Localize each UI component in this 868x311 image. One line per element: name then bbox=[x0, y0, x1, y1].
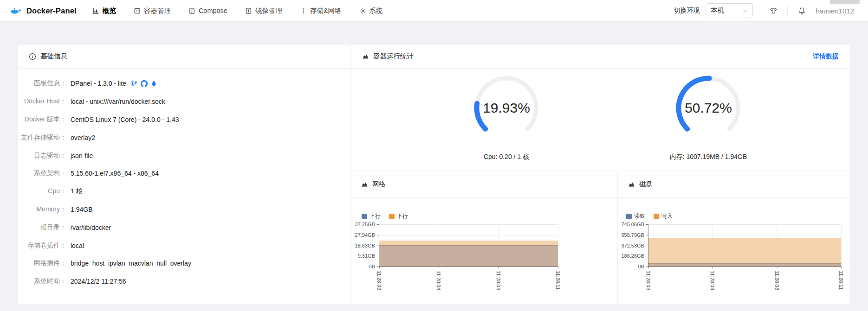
network-panel-title: 网络 bbox=[372, 180, 386, 189]
area-chart-icon bbox=[628, 181, 635, 188]
network-panel-header: 网络 bbox=[351, 171, 617, 198]
y-axis-label: 18.63GB bbox=[355, 243, 375, 248]
dashboard-card: 基础信息 面板信息：DPanel - 1.3.0 - liteDocker Ho… bbox=[17, 44, 850, 305]
series-area bbox=[648, 263, 841, 267]
x-axis-label: 11:28:08 bbox=[774, 271, 780, 290]
gauge-area: 19.93% Cpu: 0.20 / 1 核 50.72% 内存: 1007.1… bbox=[351, 69, 850, 171]
y-axis-label: 558.79GB bbox=[621, 232, 644, 238]
legend-item[interactable]: 读取 bbox=[626, 212, 645, 220]
compose-file-icon bbox=[188, 7, 195, 14]
qq-penguin-icon[interactable] bbox=[151, 80, 157, 87]
storage-network-dots-icon bbox=[300, 7, 307, 14]
info-row: 网络插件：bridge host ipvlan macvlan null ove… bbox=[18, 254, 350, 273]
area-chart-icon bbox=[361, 181, 368, 188]
stats-section: 容器运行统计 详情数据 19.93% Cpu: 0.20 / 1 核 50.72… bbox=[351, 44, 850, 305]
legend-item[interactable]: 写入 bbox=[654, 212, 673, 220]
info-row: Memory：1.94GB bbox=[18, 201, 350, 219]
overview-chart-icon bbox=[92, 7, 99, 14]
cpu-gauge-label: Cpu: 0.20 / 1 核 bbox=[455, 153, 557, 161]
info-label: Docker 版本： bbox=[18, 115, 66, 124]
y-axis-label: 186.26GB bbox=[621, 253, 644, 259]
divider bbox=[787, 6, 788, 15]
panel-link-icons bbox=[131, 80, 157, 87]
memory-gauge-label: 内存: 1007.19MB / 1.94GB bbox=[657, 153, 759, 161]
system-gear-icon bbox=[359, 7, 366, 14]
info-row: 系统架构：5.15.60-1.el7.x86_64 - x86_64 bbox=[18, 165, 350, 183]
menu-item-system[interactable]: 系统 bbox=[359, 6, 383, 15]
plot-area: 37.25GB27.94GB18.63GB9.31GB0B11:28:0311:… bbox=[379, 224, 558, 267]
disk-panel-header: 磁盘 bbox=[618, 171, 850, 198]
container-stats-header: 容器运行统计 详情数据 bbox=[351, 44, 850, 69]
brand-name: Docker-Panel bbox=[26, 6, 77, 15]
legend-marker bbox=[626, 214, 632, 219]
menu-item-storage-network[interactable]: 存储&网络 bbox=[300, 6, 342, 15]
info-row: 系统时间：2024/12/2 11:27:56 bbox=[18, 273, 350, 291]
info-value: 5.15.60-1.el7.x86_64 - x86_64 bbox=[71, 170, 159, 177]
brand[interactable]: Docker-Panel bbox=[10, 6, 77, 15]
y-axis-label: 9.31GB bbox=[358, 253, 375, 259]
environment-select[interactable]: 本机 bbox=[706, 3, 753, 18]
y-axis-label: 745.06GB bbox=[621, 222, 644, 227]
info-label: 系统时间： bbox=[18, 277, 66, 286]
container-stats-title: 容器运行统计 bbox=[373, 52, 414, 61]
legend-marker bbox=[654, 214, 659, 219]
info-row: 根目录：/var/lib/docker bbox=[18, 218, 350, 236]
series-area bbox=[379, 245, 558, 267]
info-value: 2024/12/2 11:27:56 bbox=[71, 278, 126, 285]
info-value: bridge host ipvlan macvlan null overlay bbox=[71, 260, 191, 267]
github-icon[interactable] bbox=[141, 80, 148, 87]
legend-label: 写入 bbox=[661, 212, 673, 220]
basic-info-title: 基础信息 bbox=[40, 52, 67, 61]
navbar-right: 切换环境 本机 hausen1012 bbox=[674, 3, 868, 19]
plot-area: 745.06GB558.79GB372.53GB186.26GB0B11:28:… bbox=[648, 224, 841, 267]
info-label: Cpu： bbox=[18, 187, 66, 196]
legend-label: 下行 bbox=[397, 212, 408, 220]
env-switch-label: 切换环境 bbox=[674, 6, 700, 15]
detail-data-link[interactable]: 详情数据 bbox=[813, 52, 839, 61]
theme-tshirt-icon[interactable] bbox=[765, 3, 781, 19]
menu-label: 系统 bbox=[369, 6, 383, 15]
x-axis-label: 11:28:03 bbox=[376, 271, 382, 290]
username[interactable]: hausen1012 bbox=[816, 7, 854, 15]
network-chart: 上行下行37.25GB27.94GB18.63GB9.31GB0B11:28:0… bbox=[351, 198, 617, 305]
git-branch-icon[interactable] bbox=[131, 80, 137, 87]
menu-label: 概览 bbox=[103, 6, 116, 15]
disk-chart: 读取写入745.06GB558.79GB372.53GB186.26GB0B11… bbox=[618, 198, 850, 305]
y-axis-label: 0B bbox=[369, 264, 375, 269]
info-row: Docker Host：local - unix:///var/run/dock… bbox=[18, 93, 350, 111]
x-axis-label: 11:28:03 bbox=[646, 271, 651, 290]
legend-item[interactable]: 上行 bbox=[362, 212, 381, 220]
info-value: local bbox=[71, 242, 84, 249]
top-navbar: Docker-Panel 概览 容器管理 bbox=[0, 0, 868, 22]
info-row: 存储卷插件：local bbox=[18, 236, 350, 254]
info-label: 系统架构： bbox=[18, 169, 66, 178]
notification-bell-icon[interactable] bbox=[794, 3, 810, 19]
environment-selected-value: 本机 bbox=[711, 6, 724, 15]
x-axis-label: 11:28:08 bbox=[496, 271, 501, 290]
menu-label: 容器管理 bbox=[144, 6, 171, 15]
info-label: 网络插件： bbox=[18, 259, 66, 267]
menu-label: Compose bbox=[199, 7, 227, 14]
legend-marker bbox=[362, 214, 367, 219]
network-chart-panel: 网络 上行下行37.25GB27.94GB18.63GB9.31GB0B11:2… bbox=[351, 171, 618, 305]
info-value: /var/lib/docker bbox=[71, 224, 111, 231]
menu-item-images[interactable]: 镜像管理 bbox=[245, 6, 282, 15]
area-chart-icon bbox=[362, 53, 369, 60]
chart-legend: 上行下行 bbox=[362, 212, 408, 220]
cpu-gauge: 19.93% Cpu: 0.20 / 1 核 bbox=[455, 73, 557, 161]
menu-item-overview[interactable]: 概览 bbox=[92, 6, 116, 15]
chevron-down-icon bbox=[742, 8, 748, 13]
corner-overlay bbox=[830, 0, 860, 4]
series-area bbox=[648, 238, 841, 267]
legend-label: 读取 bbox=[634, 212, 645, 220]
charts-row: 网络 上行下行37.25GB27.94GB18.63GB9.31GB0B11:2… bbox=[351, 171, 850, 305]
menu-label: 存储&网络 bbox=[310, 6, 342, 15]
menu-item-compose[interactable]: Compose bbox=[188, 7, 227, 14]
info-label: 面板信息： bbox=[18, 79, 66, 88]
container-icon bbox=[134, 7, 141, 14]
memory-gauge-value: 50.72% bbox=[674, 73, 743, 143]
menu-item-containers[interactable]: 容器管理 bbox=[134, 6, 171, 15]
x-axis-label: 11:28:04 bbox=[710, 271, 715, 290]
y-axis-label: 37.25GB bbox=[355, 222, 375, 227]
legend-item[interactable]: 下行 bbox=[389, 212, 408, 220]
